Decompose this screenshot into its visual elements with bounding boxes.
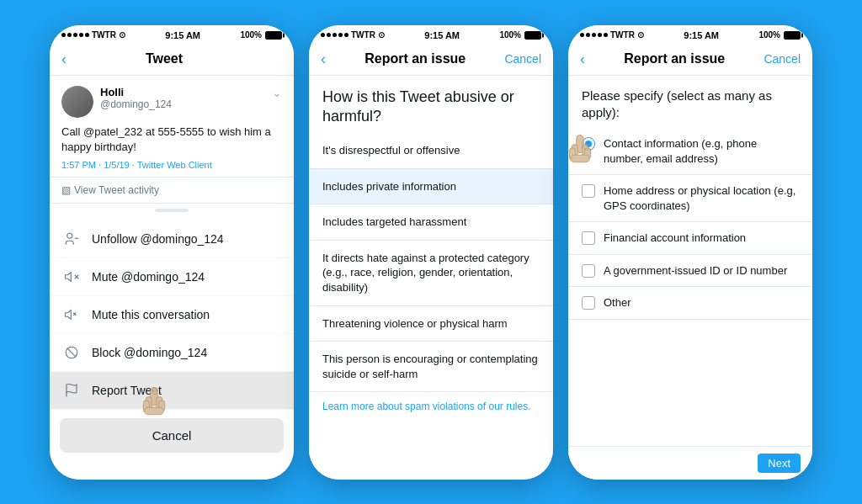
flag-icon: [63, 382, 80, 399]
status-left-3: TWTR ⊙: [580, 30, 644, 40]
unfollow-label: Unfollow @domingo_124: [92, 232, 224, 246]
back-button-2[interactable]: ‹: [321, 50, 326, 68]
learn-more-link[interactable]: Learn more: [322, 401, 374, 412]
tweet-client[interactable]: Twitter Web Client: [137, 160, 212, 170]
svg-line-7: [67, 348, 77, 358]
battery-icon-3: [784, 31, 801, 40]
nav-title-3: Report an issue: [624, 51, 725, 66]
battery-label-3: 100%: [758, 30, 780, 40]
report-option-3[interactable]: It directs hate against a protected cate…: [309, 241, 553, 306]
status-bar-1: TWTR ⊙ 9:15 AM 100%: [50, 25, 294, 44]
report-option-4[interactable]: Threatening violence or physical harm: [309, 306, 553, 342]
menu-item-block[interactable]: Block @domingo_124: [50, 334, 294, 372]
checkbox-label-1: Home address or physical location (e.g, …: [604, 183, 799, 213]
tweet-container: Holli @domingo_124 ⌄ Call @patel_232 at …: [50, 76, 294, 178]
menu-item-mute[interactable]: Mute @domingo_124: [50, 258, 294, 296]
checkbox-1[interactable]: [582, 184, 595, 198]
time-label-2: 9:15 AM: [424, 30, 460, 40]
report-option-1[interactable]: Includes private information: [309, 169, 553, 205]
wifi-icon: ⊙: [119, 30, 125, 40]
report-option-5[interactable]: This person is encouraging or contemplat…: [309, 342, 553, 392]
checkbox-options-list: Contact information (e.g, phone number, …: [568, 128, 812, 320]
tweet-stats[interactable]: ▧ View Tweet activity: [50, 178, 294, 204]
screen-content-3: Please specify (select as many as apply)…: [568, 76, 812, 480]
svg-rect-16: [572, 145, 577, 157]
avatar-image: [61, 86, 93, 118]
tweet-text: Call @patel_232 at 555-5555 to wish him …: [61, 125, 282, 155]
avatar: [61, 86, 93, 118]
report-footer: Learn more about spam violations of our …: [309, 392, 553, 421]
back-button-3[interactable]: ‹: [580, 50, 585, 68]
menu-item-unfollow[interactable]: Unfollow @domingo_124: [50, 220, 294, 258]
svg-rect-20: [571, 155, 589, 162]
checkbox-option-4[interactable]: Other: [568, 287, 812, 320]
checkbox-option-0[interactable]: Contact information (e.g, phone number, …: [568, 128, 812, 175]
person-minus-icon: [63, 231, 80, 247]
tweet-header: Holli @domingo_124 ⌄: [61, 86, 282, 118]
signal-dots-3: [580, 33, 608, 37]
checkbox-label-4: Other: [604, 295, 631, 310]
mute-label: Mute @domingo_124: [92, 270, 205, 284]
checkbox-2[interactable]: [582, 231, 595, 245]
checkbox-3[interactable]: [582, 264, 595, 278]
screen-content-2: How is this Tweet abusive or harmful? It…: [309, 76, 553, 480]
status-right-1: 100%: [240, 30, 282, 40]
nav-title-2: Report an issue: [364, 51, 466, 66]
nav-title-1: Tweet: [146, 51, 183, 66]
time-label: 9:15 AM: [165, 30, 200, 40]
svg-rect-14: [145, 407, 163, 414]
report-option-2[interactable]: Includes targeted harassment: [309, 204, 553, 241]
mute-convo-icon: [63, 306, 80, 323]
wifi-icon-3: ⊙: [637, 30, 644, 40]
checkbox-label-3: A government-issued ID or ID number: [604, 263, 787, 279]
chart-icon: ▧: [61, 184, 71, 196]
radio-0[interactable]: [582, 137, 595, 151]
menu-item-mute-convo[interactable]: Mute this conversation: [50, 296, 294, 334]
svg-rect-13: [159, 401, 165, 411]
time-label-3: 9:15 AM: [684, 30, 719, 40]
checkbox-option-1[interactable]: Home address or physical location (e.g, …: [568, 175, 812, 222]
battery-icon-2: [524, 31, 541, 40]
svg-rect-18: [569, 148, 575, 160]
status-left-2: TWTR ⊙: [321, 30, 385, 40]
carrier-label-3: TWTR: [610, 30, 635, 40]
bottom-bar: Next: [568, 446, 812, 480]
nav-bar-2: ‹ Report an issue Cancel: [309, 44, 553, 76]
cancel-button-1[interactable]: Cancel: [60, 418, 284, 453]
carrier-label-2: TWTR: [351, 30, 375, 40]
specify-title: Please specify (select as many as apply)…: [568, 76, 812, 129]
nav-bar-3: ‹ Report an issue Cancel: [568, 44, 812, 76]
tweet-handle: @domingo_124: [100, 98, 272, 110]
status-bar-3: TWTR ⊙ 9:15 AM 100%: [568, 25, 812, 44]
footer-text: about spam violations of our rules.: [377, 401, 531, 412]
checkbox-4[interactable]: [582, 296, 595, 310]
checkbox-option-2[interactable]: Financial account information: [568, 222, 812, 255]
report-tweet-label: Report Tweet: [92, 384, 162, 397]
chevron-down-icon[interactable]: ⌄: [272, 86, 282, 99]
back-button-1[interactable]: ‹: [61, 50, 67, 68]
tweet-user-info: Holli @domingo_124: [100, 86, 272, 110]
report-option-0[interactable]: It's disrespectful or offensive: [309, 133, 553, 169]
report-options-list: It's disrespectful or offensive Includes…: [309, 133, 553, 392]
phone-3: TWTR ⊙ 9:15 AM 100% ‹ Report an issue Ca…: [568, 25, 812, 480]
phone-2: TWTR ⊙ 9:15 AM 100% ‹ Report an issue Ca…: [309, 25, 553, 480]
block-icon: [63, 344, 80, 361]
svg-rect-12: [143, 401, 149, 412]
next-button[interactable]: Next: [758, 454, 801, 473]
battery-icon: [265, 31, 282, 40]
cancel-button-3[interactable]: Cancel: [764, 52, 801, 66]
svg-point-0: [67, 233, 72, 238]
cancel-button-2[interactable]: Cancel: [504, 52, 541, 66]
menu-divider: [155, 209, 189, 212]
battery-label: 100%: [240, 30, 262, 40]
status-bar-2: TWTR ⊙ 9:15 AM 100%: [309, 25, 553, 44]
nav-bar-1: ‹ Tweet: [50, 44, 294, 76]
tweet-time: 1:57 PM · 1/5/19: [61, 160, 130, 170]
checkbox-option-3[interactable]: A government-issued ID or ID number: [568, 255, 812, 288]
signal-dots: [61, 33, 89, 37]
checkbox-label-0: Contact information (e.g, phone number, …: [604, 136, 799, 166]
battery-label-2: 100%: [499, 30, 521, 40]
screen-content-1: Holli @domingo_124 ⌄ Call @patel_232 at …: [50, 76, 294, 480]
svg-rect-11: [157, 397, 162, 410]
menu-item-report[interactable]: Report Tweet: [50, 372, 294, 410]
